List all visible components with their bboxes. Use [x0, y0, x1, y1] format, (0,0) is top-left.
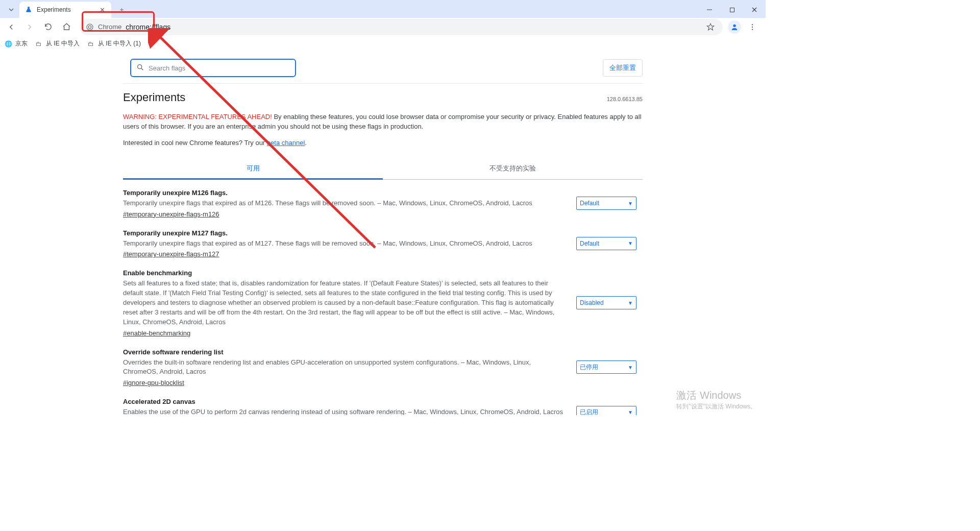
- bookmark-label: 京东: [15, 39, 28, 48]
- flag-info: Temporarily unexpire M126 flags.Temporar…: [123, 189, 564, 218]
- flag-description: Temporarily unexpire flags that expired …: [123, 239, 564, 249]
- search-flags-box[interactable]: [130, 59, 296, 77]
- svg-line-11: [141, 68, 143, 70]
- bookmark-jd[interactable]: 🌐京东: [4, 39, 28, 48]
- beta-channel-link[interactable]: beta channel: [267, 139, 305, 147]
- minimize-button[interactable]: [698, 2, 721, 18]
- star-icon[interactable]: [704, 21, 717, 33]
- flag-row: Temporarily unexpire M126 flags.Temporar…: [123, 180, 643, 220]
- beta-prefix: Interested in cool new Chrome features? …: [123, 139, 267, 147]
- flag-select-value: Default: [580, 200, 599, 207]
- flag-control: Default▼: [576, 229, 643, 258]
- warning-text: WARNING: EXPERIMENTAL FEATURES AHEAD! By…: [123, 112, 643, 132]
- new-tab-button[interactable]: ＋: [114, 3, 129, 17]
- browser-titlebar: Experiments ✕ ＋: [0, 0, 766, 18]
- warning-prefix: WARNING: EXPERIMENTAL FEATURES AHEAD!: [123, 113, 272, 120]
- svg-point-5: [88, 26, 91, 28]
- flag-row: Enable benchmarkingSets all features to …: [123, 260, 643, 339]
- back-button[interactable]: [3, 19, 19, 35]
- page-title: Experiments: [123, 91, 185, 104]
- omnibox[interactable]: Chrome: [80, 19, 723, 35]
- flags-list: Temporarily unexpire M126 flags.Temporar…: [123, 180, 643, 415]
- tab-search-button[interactable]: [5, 3, 17, 17]
- chevron-down-icon: ▼: [628, 409, 633, 415]
- flag-row: Override software rendering listOverride…: [123, 339, 643, 389]
- watermark-line2: 转到"设置"以激活 Windows。: [676, 402, 756, 411]
- flag-title: Enable benchmarking: [123, 269, 564, 277]
- chevron-down-icon: ▼: [628, 201, 633, 206]
- flag-title: Temporarily unexpire M126 flags.: [123, 189, 564, 197]
- flag-select-value: Default: [580, 240, 599, 247]
- flag-row: Accelerated 2D canvasEnables the use of …: [123, 389, 643, 415]
- flag-anchor-link[interactable]: #temporary-unexpire-flags-m127: [123, 250, 219, 258]
- windows-activation-watermark: 激活 Windows 转到"设置"以激活 Windows。: [676, 389, 756, 411]
- flag-info: Accelerated 2D canvasEnables the use of …: [123, 398, 564, 415]
- flag-select-value: 已启用: [580, 408, 598, 415]
- menu-button[interactable]: [744, 19, 761, 35]
- reload-button[interactable]: [40, 19, 56, 35]
- tab-title: Experiments: [37, 6, 94, 13]
- close-icon[interactable]: ✕: [98, 6, 106, 14]
- flag-info: Temporarily unexpire M127 flags.Temporar…: [123, 229, 564, 258]
- svg-rect-1: [730, 8, 734, 12]
- flag-tabs: 可用 不受支持的实验: [123, 159, 643, 180]
- profile-avatar[interactable]: [728, 20, 741, 34]
- flag-select-value: Disabled: [580, 299, 604, 306]
- flag-row: Temporarily unexpire M127 flags.Temporar…: [123, 220, 643, 260]
- page-viewport[interactable]: 全部重置 Experiments 128.0.6613.85 WARNING: …: [0, 52, 766, 415]
- bookmarks-bar: 🌐京东 🗀从 IE 中导入 🗀从 IE 中导入 (1): [0, 36, 766, 52]
- bookmark-ie-import[interactable]: 🗀从 IE 中导入: [35, 39, 80, 48]
- browser-toolbar: Chrome: [0, 18, 766, 36]
- browser-tab-active[interactable]: Experiments ✕: [19, 2, 111, 18]
- close-window-button[interactable]: [743, 2, 766, 18]
- beta-line: Interested in cool new Chrome features? …: [123, 139, 643, 147]
- flag-anchor-link[interactable]: #enable-benchmarking: [123, 329, 190, 337]
- flask-icon: [24, 6, 33, 14]
- svg-point-8: [752, 26, 753, 27]
- omnibox-scheme-label: Chrome: [98, 23, 121, 31]
- svg-point-4: [87, 24, 93, 30]
- flag-control: 已启用▼: [576, 398, 643, 415]
- svg-point-6: [733, 24, 736, 27]
- flag-select[interactable]: Default▼: [576, 237, 636, 250]
- flag-description: Enables the use of the GPU to perform 2d…: [123, 407, 564, 415]
- search-flags-input[interactable]: [149, 64, 290, 72]
- maximize-button[interactable]: [721, 2, 743, 18]
- flag-control: Default▼: [576, 189, 643, 218]
- bookmark-label: 从 IE 中导入 (1): [98, 39, 141, 48]
- folder-icon: 🗀: [87, 40, 95, 48]
- bookmark-ie-import-1[interactable]: 🗀从 IE 中导入 (1): [87, 39, 141, 48]
- flag-info: Enable benchmarkingSets all features to …: [123, 269, 564, 336]
- divider: [123, 83, 643, 84]
- tab-unavailable[interactable]: 不受支持的实验: [383, 159, 643, 179]
- svg-point-7: [752, 24, 753, 25]
- flag-title: Accelerated 2D canvas: [123, 398, 564, 405]
- flag-select[interactable]: Disabled▼: [576, 296, 636, 309]
- flag-control: Disabled▼: [576, 269, 643, 336]
- folder-icon: 🗀: [35, 40, 43, 48]
- forward-button[interactable]: [21, 19, 38, 35]
- window-controls: [698, 2, 766, 18]
- reset-all-button[interactable]: 全部重置: [603, 59, 643, 77]
- flag-select[interactable]: 已启用▼: [576, 406, 636, 415]
- search-icon: [136, 63, 144, 73]
- home-button[interactable]: [58, 19, 75, 35]
- globe-icon: 🌐: [4, 40, 12, 48]
- chrome-version: 128.0.6613.85: [607, 96, 643, 102]
- page-content: 全部重置 Experiments 128.0.6613.85 WARNING: …: [123, 52, 643, 415]
- flag-info: Override software rendering listOverride…: [123, 348, 564, 387]
- flag-select[interactable]: Default▼: [576, 197, 636, 210]
- flag-anchor-link[interactable]: #temporary-unexpire-flags-m126: [123, 210, 219, 218]
- bookmark-label: 从 IE 中导入: [46, 39, 80, 48]
- flag-description: Overrides the built-in software renderin…: [123, 358, 564, 377]
- watermark-line1: 激活 Windows: [676, 389, 756, 402]
- flag-anchor-link[interactable]: #ignore-gpu-blocklist: [123, 379, 184, 387]
- tab-available[interactable]: 可用: [123, 159, 383, 180]
- flag-select-value: 已停用: [580, 363, 598, 372]
- svg-point-9: [752, 29, 753, 30]
- url-input[interactable]: [126, 23, 700, 31]
- svg-point-10: [138, 64, 142, 68]
- tab-strip: Experiments ✕ ＋: [0, 2, 129, 18]
- flag-title: Override software rendering list: [123, 348, 564, 356]
- flag-select[interactable]: 已停用▼: [576, 360, 636, 374]
